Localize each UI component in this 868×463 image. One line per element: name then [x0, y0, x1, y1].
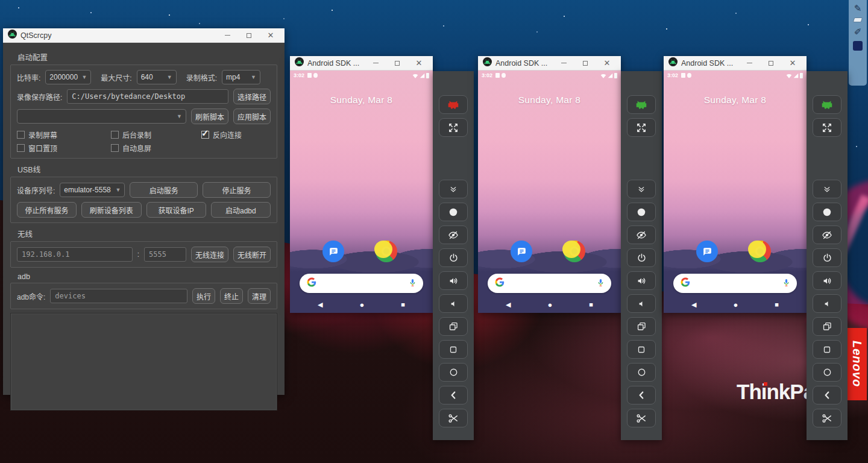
mic-icon[interactable] [782, 278, 790, 289]
app-switch-button[interactable] [627, 317, 656, 336]
stop-service-button[interactable]: 停止服务 [203, 182, 271, 198]
power-button[interactable] [813, 248, 841, 267]
google-search-bar[interactable] [488, 274, 611, 293]
color-swatch[interactable] [853, 41, 863, 51]
volume-down-button[interactable] [813, 294, 841, 313]
wireless-connect-button[interactable]: 无线连接 [191, 247, 228, 262]
window-on-top-checkbox[interactable]: 窗口置顶 [17, 143, 106, 153]
get-device-ip-button[interactable]: 获取设备IP [146, 202, 206, 218]
maximize-button[interactable] [240, 30, 258, 41]
screen-off-button[interactable] [627, 225, 656, 244]
group-control-button[interactable] [627, 95, 656, 114]
expand-more-button[interactable] [627, 180, 656, 198]
google-search-bar[interactable] [673, 274, 797, 293]
fullscreen-button[interactable] [813, 118, 841, 137]
format-select[interactable]: mp4▼ [222, 70, 260, 84]
eraser-icon[interactable] [853, 17, 863, 22]
stop-all-services-button[interactable]: 停止所有服务 [17, 202, 77, 218]
expand-more-button[interactable] [439, 180, 468, 198]
serial-select[interactable]: emulator-5558▼ [60, 183, 125, 197]
mic-icon[interactable] [597, 278, 605, 289]
reverse-connect-checkbox[interactable]: 反向连接 [201, 130, 242, 140]
screen-clip-button[interactable] [439, 409, 468, 427]
fullscreen-button[interactable] [627, 118, 656, 137]
screen-clip-button[interactable] [813, 409, 841, 427]
qtscrcpy-titlebar[interactable]: QtScrcpy ✕ [3, 28, 285, 43]
device-screen-mirror[interactable]: 3:02 Sunday, Mar 8 [290, 71, 433, 313]
wireless-disconnect-button[interactable]: 无线断开 [233, 247, 271, 262]
fullscreen-button[interactable] [439, 118, 468, 137]
screenshot-button[interactable] [813, 203, 841, 221]
refresh-script-button[interactable]: 刷新脚本 [191, 109, 228, 124]
home-button[interactable] [439, 363, 468, 382]
maximize-button[interactable] [762, 58, 780, 69]
menu-button[interactable] [627, 340, 656, 359]
home-button[interactable] [813, 363, 841, 382]
minimize-button[interactable] [218, 30, 236, 41]
choose-path-button[interactable]: 选择路径 [233, 89, 271, 104]
minimize-button[interactable] [555, 58, 573, 69]
messages-app-icon[interactable] [322, 241, 344, 262]
maximize-button[interactable] [576, 58, 594, 69]
close-button[interactable]: ✕ [598, 58, 616, 69]
bitrate-select[interactable]: 2000000▼ [45, 70, 91, 84]
nav-back-button[interactable]: ◀ [691, 301, 696, 309]
expand-more-button[interactable] [813, 180, 841, 198]
savepath-input[interactable]: C:/Users/bytedance/Desktop [67, 89, 228, 104]
adb-clear-button[interactable]: 清理 [248, 288, 271, 304]
volume-down-button[interactable] [439, 294, 468, 313]
minimize-button[interactable] [740, 58, 758, 69]
pen-icon[interactable]: ✎ [854, 4, 862, 13]
nav-home-button[interactable]: ● [733, 300, 738, 309]
device-titlebar[interactable]: Android SDK ... ✕ [664, 56, 807, 71]
home-button[interactable] [627, 363, 656, 382]
screenshot-button[interactable] [439, 203, 468, 221]
adb-execute-button[interactable]: 执行 [192, 288, 215, 304]
wireless-ip-input[interactable]: 192.168.0.1 [17, 247, 133, 262]
back-button[interactable] [439, 386, 468, 405]
mic-icon[interactable] [409, 278, 417, 289]
apply-script-button[interactable]: 应用脚本 [233, 109, 271, 124]
nav-back-button[interactable]: ◀ [318, 301, 322, 309]
chrome-app-icon[interactable] [749, 241, 771, 262]
adb-cmd-input[interactable]: devices [50, 289, 187, 303]
background-record-checkbox[interactable]: 后台录制 [111, 130, 197, 140]
messages-app-icon[interactable] [696, 241, 718, 262]
volume-up-button[interactable] [627, 271, 656, 290]
nav-home-button[interactable]: ● [547, 300, 552, 309]
volume-down-button[interactable] [627, 294, 656, 313]
nav-recents-button[interactable]: ■ [775, 301, 779, 308]
start-service-button[interactable]: 启动服务 [130, 182, 198, 198]
chrome-app-icon[interactable] [564, 241, 585, 262]
device-titlebar[interactable]: Android SDK ... ✕ [478, 56, 621, 71]
google-search-bar[interactable] [300, 274, 423, 293]
menu-button[interactable] [439, 340, 468, 359]
device-titlebar[interactable]: Android SDK ... ✕ [290, 56, 433, 71]
device-screen-mirror[interactable]: 3:02 Sunday, Mar 8 [478, 71, 621, 313]
minimize-button[interactable] [366, 58, 385, 69]
screen-off-button[interactable] [439, 225, 468, 244]
group-control-button[interactable] [813, 95, 841, 114]
start-adbd-button[interactable]: 启动adbd [211, 202, 271, 218]
screen-off-button[interactable] [813, 225, 841, 244]
screenshot-button[interactable] [627, 203, 656, 221]
nav-home-button[interactable]: ● [359, 300, 364, 309]
power-button[interactable] [627, 248, 656, 267]
back-button[interactable] [627, 386, 656, 405]
wireless-port-input[interactable]: 5555 [144, 247, 186, 262]
auto-screen-off-checkbox[interactable]: 自动息屏 [111, 143, 151, 153]
record-screen-checkbox[interactable]: 录制屏幕 [17, 130, 106, 140]
messages-app-icon[interactable] [511, 241, 532, 262]
chrome-app-icon[interactable] [376, 241, 397, 262]
marker-icon[interactable]: ✐ [854, 27, 862, 36]
app-switch-button[interactable] [439, 317, 468, 336]
close-button[interactable]: ✕ [410, 58, 428, 69]
device-screen-mirror[interactable]: 3:02 Sunday, Mar 8 [664, 71, 807, 313]
screen-clip-button[interactable] [627, 409, 656, 427]
volume-up-button[interactable] [439, 271, 468, 290]
log-output-area[interactable] [10, 313, 277, 411]
script-select[interactable]: ▼ [17, 109, 186, 124]
adb-terminate-button[interactable]: 终止 [220, 288, 243, 304]
volume-up-button[interactable] [813, 271, 841, 290]
refresh-device-list-button[interactable]: 刷新设备列表 [81, 202, 141, 218]
